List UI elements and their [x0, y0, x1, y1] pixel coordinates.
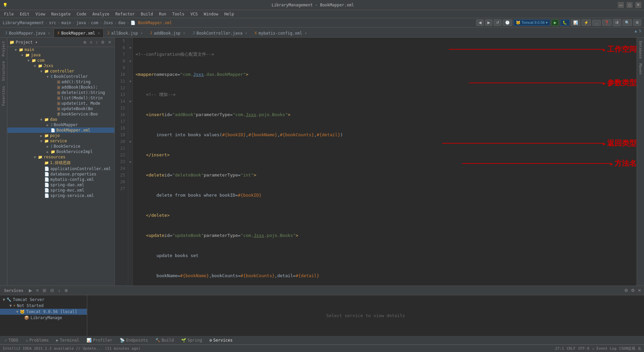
tab-allbook-jsp[interactable]: J allBook.jsp ✕	[104, 29, 146, 37]
menu-code[interactable]: Code	[74, 11, 89, 17]
refresh-button[interactable]: ↺	[494, 19, 501, 26]
svc-list-button[interactable]: ≡	[35, 287, 40, 294]
tab-close-icon[interactable]: ✕	[98, 31, 100, 35]
tab-close-icon[interactable]: ✕	[48, 31, 50, 35]
profile-button[interactable]: ⚡	[582, 19, 591, 26]
tab-mybatis-config[interactable]: X mybatis-config.xml ✕	[251, 29, 311, 37]
tree-item-service[interactable]: ▼ 📁 service	[7, 138, 114, 144]
translate-button[interactable]: 译	[613, 19, 621, 26]
toolbar-tab-build[interactable]: 🔨 Build	[152, 337, 177, 343]
tab-close-icon[interactable]: ✕	[245, 31, 247, 35]
sidebar-hide-button[interactable]: ✕	[107, 40, 112, 45]
svc-item-librarymanage[interactable]: 📦 LibraryManage	[0, 315, 87, 321]
tree-item-dao[interactable]: ▼ 📁 dao	[7, 117, 114, 122]
svc-add-button[interactable]: ⊕	[63, 287, 69, 294]
tree-item-mybatis-config[interactable]: 📄 mybatis-config.xml	[7, 177, 114, 182]
svc-settings-button2[interactable]: ⚙	[623, 287, 630, 294]
tab-close-icon[interactable]: ✕	[305, 31, 307, 35]
line-ending[interactable]: CRLF	[567, 346, 576, 351]
toolbar-tab-endpoints[interactable]: 📡 Endpoints	[116, 337, 151, 343]
sidebar-collapse-all-button[interactable]: ≡	[89, 40, 93, 45]
back-button[interactable]: ◀	[476, 19, 484, 26]
breadcrumb-src[interactable]: src	[49, 20, 56, 25]
forward-button[interactable]: ▶	[485, 19, 492, 26]
search-everywhere-button[interactable]: 🔍	[623, 19, 632, 26]
tab-bookcontroller-java[interactable]: J BookController.java ✕	[189, 29, 251, 37]
menu-refactor[interactable]: Refactor	[113, 11, 138, 17]
toolbar-tab-terminal[interactable]: ▶ Terminal	[53, 337, 83, 343]
tree-item-add[interactable]: m add():String	[7, 79, 114, 85]
tree-item-com[interactable]: ▼ 📁 com	[7, 58, 114, 63]
tree-item-update[interactable]: m update(int, Mode	[7, 101, 114, 106]
tree-item-updatebook[interactable]: m updateBook(Bo	[7, 106, 114, 111]
tree-item-bookservice[interactable]: ▶ I BookService	[7, 144, 114, 149]
breadcrumb-file[interactable]: 📄 BookMapper.xml	[130, 20, 172, 25]
debug-button[interactable]: 🐛	[560, 19, 570, 26]
toolbar-tab-spring[interactable]: 🌱 Spring	[178, 337, 205, 343]
breadcrumb-java[interactable]: java	[76, 20, 86, 25]
tree-item-bookmapper-interface[interactable]: ▶ I BookMapper	[7, 122, 114, 128]
tree-item-list[interactable]: m list(Model):Strin	[7, 95, 114, 101]
tab-close-icon[interactable]: ✕	[141, 31, 143, 35]
tree-item-jsxs[interactable]: ▼ 📁 Jsxs	[7, 63, 114, 68]
help-icon-button[interactable]: ❓	[602, 19, 611, 26]
svc-item-tomcat-server[interactable]: ▼ 🔧 Tomcat Server	[0, 297, 87, 303]
svc-collapse-button[interactable]: ⊟	[49, 287, 55, 294]
coverage-button[interactable]: 📊	[571, 19, 580, 26]
database-side-tab[interactable]: Database	[638, 39, 643, 61]
tree-item-spring-service[interactable]: 📄 spring-service.xml	[7, 193, 114, 198]
cursor-position[interactable]: 27:1	[555, 346, 564, 351]
svc-item-tomcat-instance[interactable]: ▼ 🐱 Tomcat 9.0.56 [local]	[0, 309, 87, 315]
sidebar-locate-button[interactable]: ⊕	[82, 40, 88, 45]
tree-item-bookserviceimpl[interactable]: ▶ 📁 BookServiceImpl	[7, 149, 114, 154]
tree-item-controller[interactable]: ▼ 📁 controller	[7, 68, 114, 74]
menu-vcs[interactable]: VCS	[188, 11, 201, 17]
breadcrumb-jsxs[interactable]: Jsxs	[103, 20, 113, 25]
tree-item-resources[interactable]: ▼ 📁 resources	[7, 154, 114, 160]
tree-item-appcontroller-xml[interactable]: 📄 applicationController.xml	[7, 166, 114, 171]
event-log-label[interactable]: ⚠ Event Log	[592, 346, 616, 351]
charset[interactable]: UTF-8	[578, 346, 589, 351]
tab-bookmapper-xml[interactable]: X BookMapper.xml ✕	[54, 29, 104, 37]
project-side-tab[interactable]: Project	[1, 39, 6, 58]
svc-close-panel-button[interactable]: ✕	[636, 287, 643, 294]
menu-view[interactable]: View	[33, 11, 48, 17]
toolbar-tab-todo[interactable]: ✓ TODO	[1, 337, 21, 343]
toolbar-tab-problems[interactable]: ⚠ Problems	[22, 337, 52, 343]
menu-build[interactable]: Build	[138, 11, 156, 17]
sidebar-sort-button[interactable]: ↕	[95, 40, 99, 45]
favorites-side-tab[interactable]: Favorites	[1, 84, 6, 108]
menu-analyze[interactable]: Analyze	[90, 11, 112, 17]
tree-item-bookservice-field[interactable]: f bookService:Boo	[7, 111, 114, 117]
settings-button[interactable]: ⚙	[633, 19, 641, 26]
tree-item-addbook[interactable]: m addBook(Books):	[7, 85, 114, 90]
close-button[interactable]: ✕	[635, 2, 641, 8]
tab-close-icon[interactable]: ✕	[183, 31, 185, 35]
svc-item-not-started[interactable]: ▼ ⚡ Not Started	[0, 303, 87, 309]
more-button[interactable]: …	[592, 20, 601, 26]
maven-side-tab[interactable]: Maven	[638, 61, 643, 77]
tree-item-bookcontroller[interactable]: ▼ C BookController	[7, 74, 114, 79]
recent-button[interactable]: 🕐	[503, 19, 512, 26]
tab-bookmapper-java[interactable]: J BookMapper.java ✕	[1, 29, 54, 37]
menu-file[interactable]: File	[1, 11, 16, 17]
tree-item-spring-mvc[interactable]: 📄 spring-mvc.xml	[7, 188, 114, 193]
breadcrumb-com[interactable]: com	[91, 20, 98, 25]
breadcrumb-dao[interactable]: dao	[118, 20, 125, 25]
tree-item-delete[interactable]: m delete(int):String	[7, 90, 114, 95]
svc-run-button[interactable]: ▶	[28, 287, 34, 294]
svc-sort-button[interactable]: ↕	[57, 287, 62, 294]
breadcrumb-main[interactable]: main	[61, 20, 71, 25]
svc-gear-button[interactable]: ⚙	[630, 287, 636, 294]
tree-item-java[interactable]: ▼ 📁 java	[7, 52, 114, 58]
menu-run[interactable]: Run	[156, 11, 169, 17]
tree-item-error-notes[interactable]: 📁 1.排错思路	[7, 160, 114, 166]
menu-tools[interactable]: Tools	[170, 11, 187, 17]
menu-help[interactable]: Help	[222, 11, 237, 17]
tree-item-pojo[interactable]: ▶ 📁 pojo	[7, 133, 114, 138]
svc-expand-button[interactable]: ⊞	[41, 287, 48, 294]
menu-navigate[interactable]: Navigate	[49, 11, 73, 17]
menu-edit[interactable]: Edit	[17, 11, 32, 17]
toolbar-tab-services[interactable]: ⚙ Services	[206, 337, 236, 343]
run-button[interactable]: ▶	[551, 19, 559, 26]
